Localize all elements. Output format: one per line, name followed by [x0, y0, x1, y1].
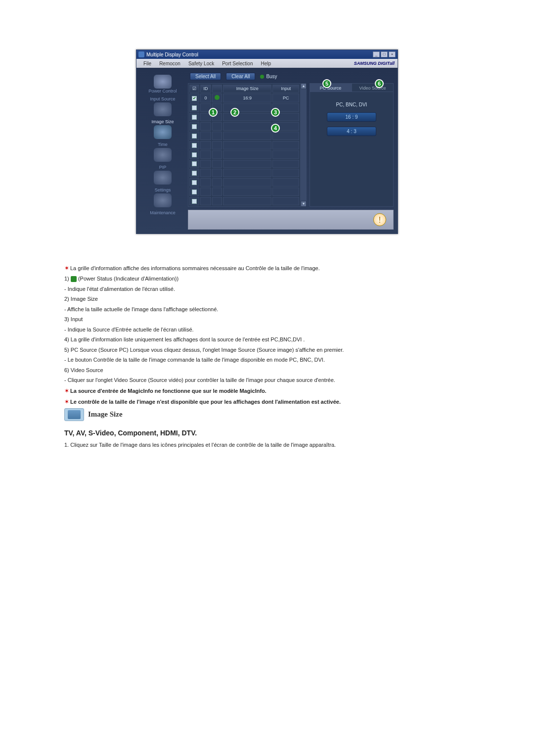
table-row[interactable]: 0 16:9 PC — [189, 94, 299, 102]
sidebar-item-pip[interactable]: PIP — [140, 164, 185, 186]
menu-file[interactable]: File — [139, 61, 155, 66]
list-1-a: 1) — [64, 276, 69, 282]
star-icon — [64, 398, 69, 405]
menu-port-selection[interactable]: Port Selection — [218, 61, 257, 66]
sidebar-item-input-source[interactable]: Input Source — [140, 95, 185, 117]
busy-label: Busy — [266, 74, 277, 79]
callout-2: 2 — [230, 108, 239, 117]
list-5-a: 5) PC Source (Source PC) Lorsque vous cl… — [64, 346, 470, 354]
table-row[interactable] — [189, 188, 299, 196]
col-image-size: Image Size — [223, 85, 271, 93]
row-checkbox[interactable] — [192, 180, 197, 185]
row-checkbox[interactable] — [192, 171, 197, 176]
image-size-icon — [154, 125, 172, 139]
table-row[interactable] — [189, 141, 299, 149]
table-row[interactable] — [189, 103, 299, 112]
table-row[interactable] — [189, 160, 299, 168]
table-row[interactable] — [189, 113, 299, 121]
row-checkbox[interactable] — [192, 96, 197, 101]
scroll-up-button[interactable]: ▴ — [301, 83, 307, 89]
table-row[interactable] — [189, 197, 299, 205]
menubar: File Remocon Safety Lock Port Selection … — [136, 59, 398, 68]
row-checkbox[interactable] — [192, 152, 197, 157]
menu-help[interactable]: Help — [257, 61, 275, 66]
note-2: Le contrôle de la taille de l'image n'es… — [70, 399, 341, 405]
cell-id: 0 — [200, 94, 211, 102]
col-check[interactable]: ☑ — [189, 85, 199, 93]
power-control-icon — [154, 75, 172, 89]
list-2-a: 2) Image Size — [64, 295, 470, 303]
cell-input: PC — [272, 94, 299, 102]
scroll-track[interactable] — [301, 89, 307, 201]
list-6-b: - Cliquer sur l'onglet Video Source (Sou… — [64, 376, 470, 384]
row-checkbox[interactable] — [192, 189, 197, 194]
callout-6: 6 — [375, 79, 384, 88]
col-id: ID — [200, 85, 211, 93]
row-checkbox[interactable] — [192, 105, 197, 110]
sidebar-item-settings[interactable]: Settings — [140, 187, 185, 208]
close-button[interactable]: × — [389, 51, 396, 57]
time-icon — [154, 148, 172, 162]
pip-icon — [154, 171, 172, 185]
toolbar: Select All Clear All Busy — [188, 73, 394, 80]
list-3-b: - Indique la Source d'Entrée actuelle de… — [64, 326, 470, 334]
select-all-button[interactable]: Select All — [190, 73, 221, 80]
note-1: La source d'entrée de MagicInfo ne fonct… — [70, 388, 267, 394]
busy-indicator: Busy — [260, 74, 277, 79]
callout-5: 5 — [322, 79, 331, 88]
col-power — [212, 85, 222, 93]
titlebar[interactable]: Multiple Display Control _ □ × — [136, 50, 398, 59]
power-status-icon — [71, 276, 77, 282]
menu-safety-lock[interactable]: Safety Lock — [184, 61, 218, 66]
option-4-3[interactable]: 4 : 3 — [327, 127, 376, 136]
busy-dot-icon — [260, 75, 264, 79]
table-row[interactable] — [189, 132, 299, 140]
row-checkbox[interactable] — [192, 143, 197, 148]
statusbar: ! — [188, 210, 394, 230]
display-grid[interactable]: ☑ ID Image Size Input 0 16:9 PC — [188, 83, 301, 207]
row-checkbox[interactable] — [192, 124, 197, 129]
list-2-b: - Affiche la taille actuelle de l'image … — [64, 305, 470, 314]
list-1-b: (Power Status (Indicateur d'Alimentation… — [77, 276, 178, 282]
sidebar-label: Input Source — [140, 96, 185, 101]
cell-image-size: 16:9 — [223, 94, 271, 102]
sidebar-item-time[interactable]: Time — [140, 141, 185, 163]
callout-3: 3 — [271, 108, 280, 117]
tab-header: PC, BNC, DVI — [336, 102, 367, 107]
sidebar-item-image-size[interactable]: Image Size — [140, 118, 185, 140]
table-row[interactable] — [189, 169, 299, 177]
table-row[interactable] — [189, 122, 299, 131]
row-checkbox[interactable] — [192, 115, 197, 120]
table-row[interactable] — [189, 178, 299, 187]
star-icon — [64, 387, 69, 394]
option-16-9[interactable]: 16 : 9 — [327, 112, 376, 122]
callout-4: 4 — [271, 124, 280, 133]
scroll-down-button[interactable]: ▾ — [301, 201, 307, 207]
app-window: Multiple Display Control _ □ × File Remo… — [136, 49, 398, 234]
callout-1: 1 — [209, 108, 218, 117]
step-1: 1. Cliquez sur Taille de l'image dans le… — [64, 441, 470, 449]
scrollbar[interactable]: ▴ ▾ — [301, 83, 307, 207]
clear-all-button[interactable]: Clear All — [226, 73, 255, 80]
tab-video-source[interactable]: Video Source — [352, 83, 394, 92]
sidebar-item-maintenance[interactable]: Maintenance — [140, 209, 185, 216]
list-4: 4) La grille d'information liste uniquem… — [64, 335, 470, 344]
alert-icon: ! — [373, 213, 386, 226]
table-row[interactable] — [189, 150, 299, 159]
sidebar-item-power-control[interactable]: Power Control — [140, 73, 185, 94]
sidebar-label: Image Size — [140, 119, 185, 124]
sidebar-label: PIP — [140, 165, 185, 170]
sidebar-label: Maintenance — [140, 210, 185, 215]
sidebar-label: Power Control — [140, 89, 185, 94]
menu-remocon[interactable]: Remocon — [155, 61, 184, 66]
col-input: Input — [272, 85, 299, 93]
row-checkbox[interactable] — [192, 161, 197, 166]
row-checkbox[interactable] — [192, 199, 197, 204]
maximize-button[interactable]: □ — [381, 51, 388, 57]
row-checkbox[interactable] — [192, 134, 197, 139]
star-icon — [64, 265, 69, 272]
section-title: Image Size — [88, 409, 123, 420]
power-status-icon — [215, 95, 220, 100]
minimize-button[interactable]: _ — [373, 51, 380, 57]
sidebar: Power Control Input Source Image Size Ti… — [140, 73, 185, 230]
